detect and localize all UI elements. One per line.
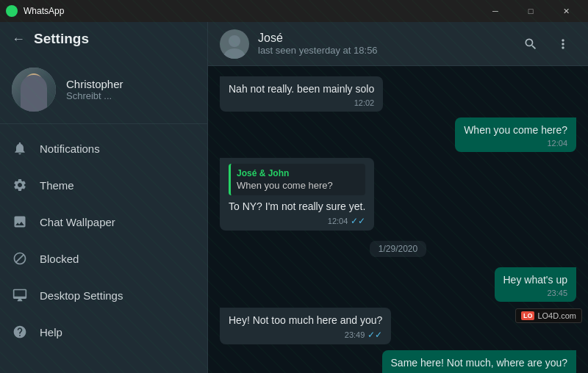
desktop-icon <box>12 287 28 303</box>
lo4d-icon: LO <box>521 311 535 320</box>
nav-items: Notifications Theme Chat Wallpaper Block… <box>0 124 207 373</box>
chat-messages: Nah not really. been mainly solo 12:02 W… <box>208 66 588 373</box>
notifications-label: Notifications <box>40 142 100 155</box>
message-text: Hey! Not too much here and you? <box>229 314 382 328</box>
search-button[interactable] <box>517 31 544 57</box>
message-text: When you come here? <box>464 123 567 138</box>
image-icon <box>12 214 28 230</box>
chat-wrapper: José last seen yesterday at 18:56 <box>208 22 588 373</box>
gear-icon <box>12 177 28 193</box>
back-button[interactable]: ← <box>12 32 25 47</box>
date-badge: 1/29/2020 <box>370 241 426 257</box>
message-bubble: Hey what's up 23:45 <box>495 267 577 303</box>
svg-point-1 <box>224 48 245 59</box>
message-row: When you come here? 12:04 <box>220 117 576 153</box>
message-time: 12:02 <box>354 98 375 107</box>
sidebar-header: ← Settings <box>0 22 207 56</box>
message-meta: 12:04 ✓✓ <box>229 216 365 226</box>
message-meta: 23:49 ✓✓ <box>229 330 382 340</box>
bell-icon <box>12 140 28 156</box>
message-bubble: José & John When you come here? To NY? I… <box>220 158 374 231</box>
message-bubble: Same here! Not much, where are you? 23:5… <box>382 350 576 373</box>
contact-status: last seen yesterday at 18:56 <box>258 45 509 56</box>
message-bubble: When you come here? 12:04 <box>455 117 576 153</box>
message-meta: 23:45 <box>503 289 568 297</box>
message-bubble: Nah not really. been mainly solo 12:02 <box>220 76 383 112</box>
contact-avatar-inner <box>220 29 249 59</box>
lo4d-text: LO4D.com <box>537 311 576 320</box>
maximize-button[interactable]: □ <box>514 0 547 22</box>
message-meta: 12:04 <box>464 139 567 148</box>
message-time: 12:04 <box>547 139 567 148</box>
lo4d-watermark: LO LO4D.com <box>515 308 582 323</box>
message-time: 23:45 <box>547 289 567 297</box>
sidebar: ← Settings Christopher Schreibt ... Noti… <box>0 22 208 373</box>
avatar-body <box>21 75 47 112</box>
quoted-text: When you come here? <box>237 180 359 191</box>
settings-title: Settings <box>34 31 89 47</box>
message-text: Nah not really. been mainly solo <box>229 82 374 97</box>
message-row: Same here! Not much, where are you? 23:5… <box>220 350 576 373</box>
message-row: José & John When you come here? To NY? I… <box>220 158 576 231</box>
block-icon <box>12 250 28 267</box>
user-name: Christopher <box>66 78 196 90</box>
user-status: Schreibt ... <box>66 90 196 101</box>
sidebar-item-notifications[interactable]: Notifications <box>0 130 207 167</box>
contact-avatar <box>220 29 249 59</box>
app-title: WhatsApp <box>24 6 64 16</box>
message-bubble: Hey! Not too much here and you? 23:49 ✓✓ <box>220 308 391 344</box>
user-info: Christopher Schreibt ... <box>66 78 196 101</box>
message-row: Nah not really. been mainly solo 12:02 <box>220 76 576 112</box>
sidebar-item-theme[interactable]: Theme <box>0 167 207 203</box>
message-time: 12:04 <box>328 217 348 225</box>
user-profile[interactable]: Christopher Schreibt ... <box>0 56 207 124</box>
message-text: Same here! Not much, where are you? <box>391 356 567 371</box>
more-options-button[interactable] <box>550 31 576 57</box>
help-label: Help <box>40 326 62 338</box>
sidebar-item-chat-wallpaper[interactable]: Chat Wallpaper <box>0 203 207 240</box>
chat-wallpaper-label: Chat Wallpaper <box>40 216 115 228</box>
app-icon <box>6 5 18 17</box>
minimize-button[interactable]: ─ <box>479 0 512 22</box>
contact-info: José last seen yesterday at 18:56 <box>258 32 509 56</box>
desktop-settings-label: Desktop Settings <box>40 289 123 302</box>
header-actions <box>517 31 576 57</box>
message-text: To NY? I'm not really sure yet. <box>229 200 365 214</box>
avatar <box>12 68 56 112</box>
read-ticks: ✓✓ <box>368 330 382 340</box>
close-button[interactable]: ✕ <box>550 0 582 22</box>
window-controls: ─ □ ✕ <box>479 0 582 22</box>
sidebar-item-help[interactable]: Help <box>0 314 207 350</box>
message-row: Hey what's up 23:45 <box>220 267 576 303</box>
theme-label: Theme <box>40 179 74 192</box>
sidebar-item-desktop-settings[interactable]: Desktop Settings <box>0 277 207 314</box>
chat-header: José last seen yesterday at 18:56 <box>208 22 588 66</box>
quoted-name: José & John <box>237 168 359 178</box>
lo4d-badge: LO LO4D.com <box>515 308 582 323</box>
app-container: ← Settings Christopher Schreibt ... Noti… <box>0 22 588 373</box>
message-time: 23:49 <box>345 330 365 339</box>
question-icon <box>12 324 28 340</box>
read-ticks: ✓✓ <box>351 216 365 226</box>
message-text: Hey what's up <box>503 273 568 288</box>
svg-point-0 <box>229 35 240 47</box>
message-meta: 12:02 <box>229 98 374 107</box>
date-separator: 1/29/2020 <box>220 241 576 257</box>
sidebar-item-blocked[interactable]: Blocked <box>0 240 207 277</box>
contact-name: José <box>258 32 509 45</box>
title-bar: WhatsApp ─ □ ✕ <box>0 0 588 22</box>
title-bar-left: WhatsApp <box>6 5 64 17</box>
quoted-message: José & John When you come here? <box>229 164 365 195</box>
avatar-image <box>12 68 56 112</box>
blocked-label: Blocked <box>40 253 79 265</box>
